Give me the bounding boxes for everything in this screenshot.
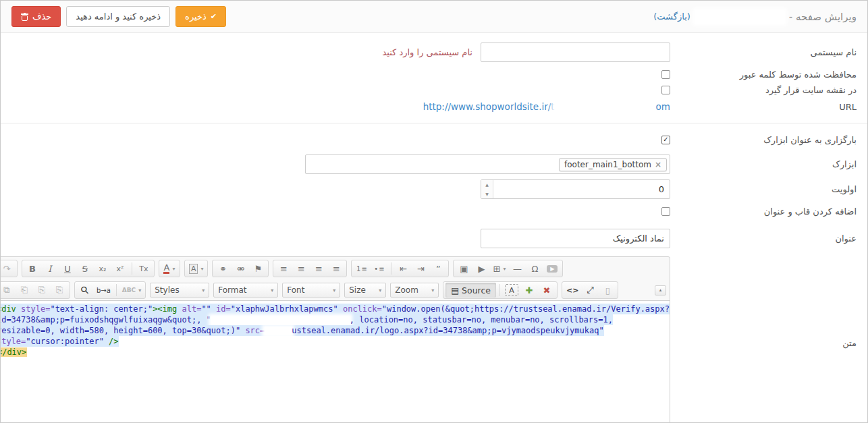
back-link[interactable]: (بازگشت) (653, 11, 690, 22)
password-protected-checkbox[interactable] (661, 70, 670, 79)
remove-tag-icon[interactable]: × (655, 160, 661, 169)
decrease-indent-icon[interactable]: ⇤ (395, 261, 411, 276)
anchor-icon: ⚑ (254, 264, 263, 274)
title-row: عنوان (21, 229, 857, 248)
reject-change-icon[interactable]: ✖ (539, 283, 555, 298)
spellcheck-icon[interactable]: ABC▾ (120, 283, 143, 298)
widget-label: ابزارک (670, 159, 857, 169)
save-button[interactable]: ✔ ذخیره (175, 6, 226, 27)
page-url-link[interactable]: http://www.shopworldsite.ir/tom (423, 101, 670, 112)
anchor-icon[interactable]: ⚑ (250, 261, 266, 276)
add-frame-title-row: اضافه کردن قاب و عنوان (21, 204, 857, 218)
zoom-dropdown[interactable]: Zoom▾ (390, 283, 439, 298)
maximize-icon: ⤢ (587, 285, 593, 295)
link-icon: ⚭ (219, 264, 227, 274)
styles-dropdown[interactable]: Styles▾ (150, 283, 209, 298)
source-button[interactable]: ▤Source (445, 283, 496, 298)
delete-button[interactable]: حذف (11, 6, 61, 27)
code-line: 3 (0, 358, 670, 368)
priority-decrement-button[interactable]: ▼ (481, 190, 493, 199)
bulleted-list-icon[interactable]: •≡ (371, 261, 387, 276)
toolbar-group: ⚭⚮⚑ (212, 260, 269, 277)
maximize-icon[interactable]: ⤢ (582, 283, 598, 298)
format-dropdown[interactable]: Format▾ (213, 283, 278, 298)
source-code-area[interactable]: 1<div style="text-align: center;"><img a… (0, 300, 670, 423)
justify-icon[interactable]: ≡ (328, 261, 344, 276)
align-center-icon[interactable]: ≡ (293, 261, 309, 276)
youtube-icon[interactable]: ▶ (544, 261, 560, 276)
unlink-icon[interactable]: ⚮ (232, 261, 248, 276)
horizontal-rule-icon[interactable]: — (509, 261, 525, 276)
toolbar-group: A▾ (159, 260, 180, 277)
collapse-toolbar-button[interactable]: ▴ (655, 285, 666, 295)
paste-from-word-icon[interactable]: ⎘ (51, 283, 67, 298)
strikethrough-icon[interactable]: S (77, 261, 93, 276)
toolbar-group: BIUSx₂x²Tx (22, 260, 155, 277)
align-right-icon[interactable]: ≡ (310, 261, 327, 276)
code-snippet-icon[interactable]: <> (564, 283, 580, 298)
bold-icon[interactable]: B (24, 261, 40, 276)
copy-icon[interactable]: ⧉ (0, 283, 15, 298)
numbered-list-icon[interactable]: 1≡ (354, 261, 370, 276)
table-icon[interactable]: ⊞▾ (491, 261, 508, 276)
editor-toolbar: ↶↷BIUSx₂x²TxA▾A▾⚭⚮⚑≡≡≡≡1≡•≡⇤⇥”▣▶⊞▾—Ω▶✂⧉⎗… (0, 257, 670, 300)
show-blocks-icon[interactable]: ▯ (599, 283, 616, 298)
align-left-icon[interactable]: ≡ (275, 261, 292, 276)
save-and-continue-button[interactable]: ذخیره کنید و ادامه دهید (66, 6, 170, 27)
code-token: src= (240, 326, 265, 335)
code-token: style= (0, 337, 26, 346)
header-actions: ✔ ذخیره ذخیره کنید و ادامه دهید حذف (11, 6, 226, 27)
image-icon[interactable]: ▣ (456, 261, 472, 276)
superscript-icon: x² (116, 264, 124, 273)
search-icon[interactable]: ⚲ (77, 283, 93, 298)
font-dropdown[interactable]: Font▾ (282, 283, 340, 298)
paste-from-word-icon: ⎘ (56, 285, 63, 295)
code-token: alt= (177, 304, 201, 314)
media-embed-icon[interactable]: ▶ (473, 261, 489, 276)
select-all-icon[interactable]: A (505, 284, 518, 296)
priority-increment-button[interactable]: ▲ (481, 180, 493, 190)
link-icon[interactable]: ⚭ (215, 261, 231, 276)
code-token: , location=no, statusbar=no, menubar=no,… (350, 315, 613, 325)
rich-text-editor: ↶↷BIUSx₂x²TxA▾A▾⚭⚮⚑≡≡≡≡1≡•≡⇤⇥”▣▶⊞▾—Ω▶✂⧉⎗… (0, 256, 670, 423)
font-dropdown-label: Font (287, 285, 304, 295)
code-text: id=34738&amp;p=fuixodshqgwlfuixaqgw&quot… (0, 314, 613, 325)
redacted-text (696, 11, 784, 22)
source-button-label: Source (462, 285, 491, 295)
page-url-start: http://www.shopworldsite.ir/t (423, 101, 555, 112)
special-character-icon[interactable]: Ω (526, 261, 543, 276)
remove-format-icon[interactable]: Tx (136, 261, 152, 276)
redo-icon[interactable]: ↷ (0, 261, 15, 276)
underline-icon: U (64, 264, 71, 274)
size-dropdown[interactable]: Size▾ (344, 283, 386, 298)
image-icon: ▣ (460, 264, 468, 274)
text-color-icon[interactable]: A▾ (161, 261, 178, 276)
code-text: </div> (0, 347, 27, 358)
save-and-continue-label: ذخیره کنید و ادامه دهید (76, 11, 161, 22)
toolbar-separator (391, 262, 391, 275)
accept-change-icon[interactable]: ✚ (521, 283, 537, 298)
italic-icon[interactable]: I (42, 261, 58, 276)
sitemap-checkbox[interactable] (661, 86, 670, 94)
section-divider (1, 123, 867, 123)
title-input[interactable] (481, 229, 670, 248)
add-frame-title-checkbox[interactable] (661, 207, 670, 216)
underline-icon[interactable]: U (59, 261, 76, 276)
priority-input[interactable]: 0 ▲ ▼ (481, 179, 670, 199)
load-as-widget-checkbox[interactable]: ✓ (661, 136, 670, 144)
paste-icon[interactable]: ⎗ (16, 283, 32, 298)
reject-change-icon: ✖ (543, 285, 551, 295)
code-token: id=34738&amp;p=fuixodshqgwlfuixaqgw&quot… (0, 315, 211, 325)
widget-tags-input[interactable]: × footer_main1_bottom (305, 154, 670, 174)
system-name-input[interactable] (481, 43, 670, 62)
subscript-icon[interactable]: x₂ (94, 261, 111, 276)
top-bar: ویرایش صفحه - (بازگشت) ✔ ذخیره ذخیره کنی… (1, 1, 867, 33)
code-token: </div> (0, 347, 27, 357)
blockquote-icon[interactable]: ” (430, 261, 446, 276)
bg-color-icon[interactable]: A▾ (187, 261, 206, 276)
increase-indent-icon[interactable]: ⇥ (412, 261, 429, 276)
paste-as-text-icon[interactable]: ⎘ (34, 283, 50, 298)
superscript-icon[interactable]: x² (112, 261, 128, 276)
replace-icon[interactable]: b→a (94, 283, 113, 298)
widget-tag: × footer_main1_bottom (559, 158, 667, 171)
